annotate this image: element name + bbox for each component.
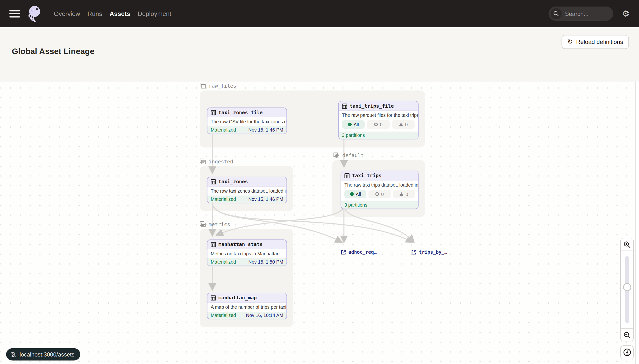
partitions-success-pill[interactable]: All: [344, 190, 367, 198]
page-title: Global Asset Lineage: [12, 47, 95, 56]
asset-description: The raw CSV file for the taxi zones dat.…: [207, 117, 286, 126]
failed-ring-icon: [376, 192, 379, 196]
search-icon: [551, 8, 562, 19]
lineage-canvas[interactable]: raw_files ingested default metrics taxi_…: [0, 82, 639, 364]
grouped-tables-icon: [200, 158, 206, 164]
partitions-failed-pill[interactable]: 0: [369, 190, 391, 198]
materialization-timestamp: Nov 16, 10:14 AM: [246, 313, 283, 318]
missing-triangle-icon: [399, 192, 404, 196]
table-icon: [211, 179, 216, 184]
nav-item-runs[interactable]: Runs: [88, 10, 102, 17]
asset-node-taxi-trips[interactable]: taxi_trips The raw taxi trips dataset, l…: [341, 171, 418, 209]
partition-health-pills: All 0 0: [339, 120, 418, 132]
grouped-tables-icon: [200, 221, 206, 227]
nav-item-overview[interactable]: Overview: [54, 10, 80, 17]
status-badge: Materialized: [211, 197, 236, 202]
insecure-lock-icon: [10, 351, 16, 357]
reload-definitions-button[interactable]: ↻ Reload definitions: [562, 35, 629, 49]
asset-description: The raw parquet files for the taxi trips…: [339, 111, 418, 120]
partition-health-pills: All 0 0: [341, 190, 418, 201]
missing-triangle-icon: [399, 122, 403, 126]
success-dot-icon: [350, 192, 354, 196]
dagster-app: Overview Runs Assets Deployment / ⚙ Glob…: [0, 0, 639, 364]
linked-asset-trips-by[interactable]: trips_by_…: [411, 249, 447, 255]
external-link-icon: [411, 250, 417, 255]
partitions-count: 3 partitions: [344, 202, 367, 207]
asset-description: The raw taxi trips dataset, loaded into …: [341, 180, 418, 190]
nav-item-deployment[interactable]: Deployment: [138, 10, 172, 17]
zoom-slider-thumb[interactable]: [623, 283, 631, 291]
zoom-out-button[interactable]: [621, 328, 633, 341]
download-image-button[interactable]: [620, 346, 634, 359]
group-label-default[interactable]: default: [333, 152, 364, 158]
status-badge: Materialized: [211, 260, 236, 264]
canvas-scrollbar[interactable]: [635, 82, 639, 364]
external-link-icon: [341, 250, 346, 255]
success-dot-icon: [348, 122, 352, 126]
settings-gear-icon[interactable]: ⚙: [622, 10, 629, 18]
table-icon: [211, 295, 216, 300]
grouped-tables-icon: [200, 83, 206, 89]
grouped-tables-icon: [333, 152, 339, 158]
partitions-count: 3 partitions: [342, 133, 365, 138]
group-label-raw-files[interactable]: raw_files: [200, 83, 236, 89]
group-label-metrics[interactable]: metrics: [200, 221, 230, 227]
global-search[interactable]: /: [549, 6, 613, 21]
page-header: Global Asset Lineage ↻ Reload definition…: [0, 27, 639, 81]
primary-nav: Overview Runs Assets Deployment: [54, 10, 172, 17]
partitions-missing-pill[interactable]: 0: [392, 120, 415, 129]
table-icon: [342, 103, 347, 108]
zoom-in-icon: [623, 241, 630, 248]
table-icon: [211, 242, 216, 247]
asset-node-taxi-zones-file[interactable]: taxi_zones_file The raw CSV file for the…: [207, 108, 287, 134]
status-badge: Materialized: [211, 128, 236, 132]
asset-description: The raw taxi zones dataset, loaded int..…: [207, 186, 286, 196]
status-url: localhost:3000/assets: [20, 351, 74, 358]
browser-status-bubble: localhost:3000/assets: [6, 348, 80, 360]
table-icon: [344, 173, 350, 178]
group-label-ingested[interactable]: ingested: [200, 158, 233, 164]
materialization-timestamp: Nov 15, 1:50 PM: [248, 260, 283, 264]
status-badge: Materialized: [211, 313, 236, 318]
asset-node-manhattan-map[interactable]: manhattan_map A map of the number of tri…: [207, 293, 287, 319]
table-icon: [211, 110, 216, 115]
hamburger-menu-icon[interactable]: [10, 10, 20, 17]
asset-node-taxi-trips-file[interactable]: taxi_trips_file The raw parquet files fo…: [338, 101, 418, 140]
nav-item-assets[interactable]: Assets: [110, 10, 130, 17]
linked-asset-adhoc-request[interactable]: adhoc_req…: [341, 249, 377, 255]
download-icon: [623, 348, 631, 356]
asset-description: A map of the number of trips per taxi z.…: [207, 303, 286, 312]
zoom-controls: [620, 238, 634, 360]
failed-ring-icon: [374, 122, 378, 126]
reload-icon: ↻: [567, 38, 573, 45]
materialization-timestamp: Nov 15, 1:46 PM: [248, 197, 283, 202]
materialization-timestamp: Nov 15, 1:46 PM: [248, 128, 283, 132]
dagster-logo-icon[interactable]: [27, 4, 43, 22]
zoom-in-button[interactable]: [621, 238, 633, 251]
partitions-failed-pill[interactable]: 0: [367, 120, 390, 129]
top-nav: Overview Runs Assets Deployment / ⚙: [0, 0, 639, 27]
partitions-success-pill[interactable]: All: [342, 120, 365, 129]
partitions-missing-pill[interactable]: 0: [393, 190, 415, 198]
zoom-out-icon: [623, 332, 630, 338]
asset-description: Metrics on taxi trips in Manhattan: [207, 249, 286, 258]
zoom-slider[interactable]: [621, 251, 633, 328]
asset-node-manhattan-stats[interactable]: manhattan_stats Metrics on taxi trips in…: [207, 240, 287, 266]
asset-node-taxi-zones[interactable]: taxi_zones The raw taxi zones dataset, l…: [207, 177, 287, 203]
